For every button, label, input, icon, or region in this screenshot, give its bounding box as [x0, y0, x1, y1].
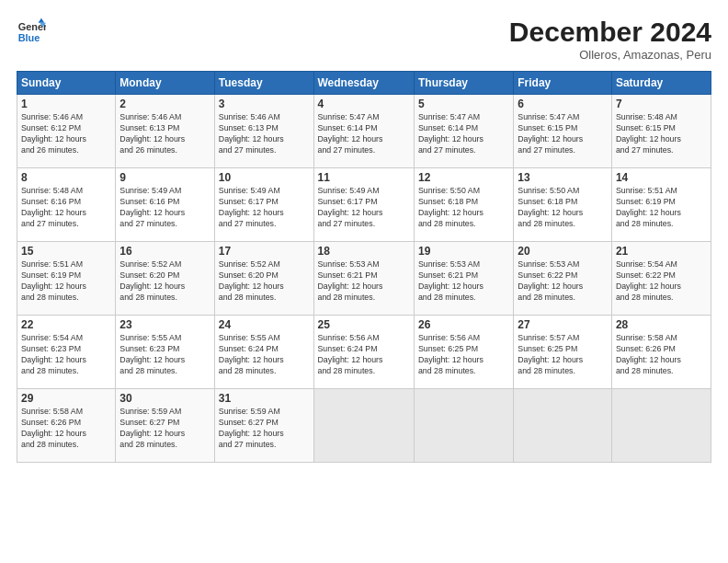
- col-header-monday: Monday: [116, 72, 214, 95]
- day-info: Sunrise: 5:47 AM Sunset: 6:14 PM Dayligh…: [418, 112, 509, 156]
- day-number: 5: [418, 98, 509, 110]
- calendar-cell: 15Sunrise: 5:51 AM Sunset: 6:19 PM Dayli…: [17, 242, 116, 316]
- day-number: 25: [318, 318, 410, 331]
- day-number: 17: [219, 245, 310, 258]
- day-number: 31: [219, 392, 310, 405]
- day-info: Sunrise: 5:56 AM Sunset: 6:25 PM Dayligh…: [418, 333, 509, 377]
- day-info: Sunrise: 5:58 AM Sunset: 6:26 PM Dayligh…: [21, 407, 111, 451]
- page: General Blue December 2024 Olleros, Amaz…: [0, 0, 728, 563]
- calendar-table: SundayMondayTuesdayWednesdayThursdayFrid…: [17, 71, 711, 463]
- day-number: 6: [518, 98, 608, 110]
- day-number: 15: [21, 245, 111, 258]
- day-info: Sunrise: 5:57 AM Sunset: 6:25 PM Dayligh…: [518, 333, 608, 377]
- calendar-cell: 24Sunrise: 5:55 AM Sunset: 6:24 PM Dayli…: [214, 316, 313, 389]
- title-area: December 2024 Olleros, Amazonas, Peru: [509, 17, 711, 62]
- day-info: Sunrise: 5:46 AM Sunset: 6:13 PM Dayligh…: [119, 112, 210, 156]
- day-number: 16: [119, 245, 210, 258]
- calendar-cell: [514, 389, 612, 463]
- calendar-cell: 17Sunrise: 5:52 AM Sunset: 6:20 PM Dayli…: [214, 242, 313, 316]
- day-info: Sunrise: 5:55 AM Sunset: 6:23 PM Dayligh…: [119, 333, 210, 377]
- day-number: 24: [219, 318, 310, 331]
- calendar-cell: 7Sunrise: 5:48 AM Sunset: 6:15 PM Daylig…: [611, 95, 711, 168]
- calendar-cell: [313, 389, 414, 463]
- day-info: Sunrise: 5:53 AM Sunset: 6:21 PM Dayligh…: [318, 259, 410, 304]
- day-info: Sunrise: 5:46 AM Sunset: 6:13 PM Dayligh…: [219, 112, 310, 156]
- day-info: Sunrise: 5:51 AM Sunset: 6:19 PM Dayligh…: [21, 259, 111, 304]
- calendar-cell: 11Sunrise: 5:49 AM Sunset: 6:17 PM Dayli…: [313, 168, 414, 242]
- day-info: Sunrise: 5:49 AM Sunset: 6:16 PM Dayligh…: [119, 186, 210, 230]
- day-number: 20: [518, 245, 608, 258]
- day-info: Sunrise: 5:56 AM Sunset: 6:24 PM Dayligh…: [318, 333, 410, 377]
- calendar-cell: 13Sunrise: 5:50 AM Sunset: 6:18 PM Dayli…: [514, 168, 612, 242]
- day-info: Sunrise: 5:50 AM Sunset: 6:18 PM Dayligh…: [418, 186, 509, 230]
- day-info: Sunrise: 5:59 AM Sunset: 6:27 PM Dayligh…: [119, 407, 210, 451]
- day-number: 10: [219, 171, 310, 184]
- calendar-cell: 25Sunrise: 5:56 AM Sunset: 6:24 PM Dayli…: [313, 316, 414, 389]
- day-number: 13: [518, 171, 608, 184]
- calendar-cell: 14Sunrise: 5:51 AM Sunset: 6:19 PM Dayli…: [611, 168, 711, 242]
- day-info: Sunrise: 5:54 AM Sunset: 6:22 PM Dayligh…: [616, 259, 707, 304]
- calendar-cell: 9Sunrise: 5:49 AM Sunset: 6:16 PM Daylig…: [116, 168, 214, 242]
- col-header-wednesday: Wednesday: [313, 72, 414, 95]
- calendar-cell: 27Sunrise: 5:57 AM Sunset: 6:25 PM Dayli…: [514, 316, 612, 389]
- day-number: 1: [21, 98, 111, 110]
- calendar-cell: 26Sunrise: 5:56 AM Sunset: 6:25 PM Dayli…: [414, 316, 513, 389]
- calendar-cell: [611, 389, 711, 463]
- day-number: 22: [21, 318, 111, 331]
- calendar-cell: 29Sunrise: 5:58 AM Sunset: 6:26 PM Dayli…: [17, 389, 116, 463]
- calendar-cell: 22Sunrise: 5:54 AM Sunset: 6:23 PM Dayli…: [17, 316, 116, 389]
- day-info: Sunrise: 5:54 AM Sunset: 6:23 PM Dayligh…: [21, 333, 111, 377]
- day-info: Sunrise: 5:46 AM Sunset: 6:12 PM Dayligh…: [21, 112, 111, 156]
- day-number: 12: [418, 171, 509, 184]
- calendar-cell: 18Sunrise: 5:53 AM Sunset: 6:21 PM Dayli…: [313, 242, 414, 316]
- calendar-cell: 10Sunrise: 5:49 AM Sunset: 6:17 PM Dayli…: [214, 168, 313, 242]
- svg-marker-2: [39, 18, 45, 23]
- day-info: Sunrise: 5:59 AM Sunset: 6:27 PM Dayligh…: [219, 407, 310, 451]
- day-info: Sunrise: 5:48 AM Sunset: 6:16 PM Dayligh…: [21, 186, 111, 230]
- day-info: Sunrise: 5:52 AM Sunset: 6:20 PM Dayligh…: [119, 259, 210, 304]
- day-number: 26: [418, 318, 509, 331]
- day-info: Sunrise: 5:55 AM Sunset: 6:24 PM Dayligh…: [219, 333, 310, 377]
- calendar-cell: 31Sunrise: 5:59 AM Sunset: 6:27 PM Dayli…: [214, 389, 313, 463]
- calendar-cell: 12Sunrise: 5:50 AM Sunset: 6:18 PM Dayli…: [414, 168, 513, 242]
- calendar-cell: 30Sunrise: 5:59 AM Sunset: 6:27 PM Dayli…: [116, 389, 214, 463]
- calendar-cell: 6Sunrise: 5:47 AM Sunset: 6:15 PM Daylig…: [514, 95, 612, 168]
- day-info: Sunrise: 5:53 AM Sunset: 6:21 PM Dayligh…: [418, 259, 509, 304]
- day-info: Sunrise: 5:53 AM Sunset: 6:22 PM Dayligh…: [518, 259, 608, 304]
- col-header-tuesday: Tuesday: [214, 72, 313, 95]
- day-number: 4: [318, 98, 410, 110]
- day-info: Sunrise: 5:47 AM Sunset: 6:14 PM Dayligh…: [318, 112, 410, 156]
- logo: General Blue: [17, 17, 46, 46]
- day-number: 3: [219, 98, 310, 110]
- day-info: Sunrise: 5:58 AM Sunset: 6:26 PM Dayligh…: [616, 333, 707, 377]
- calendar-cell: 1Sunrise: 5:46 AM Sunset: 6:12 PM Daylig…: [17, 95, 116, 168]
- col-header-saturday: Saturday: [611, 72, 711, 95]
- calendar-cell: 5Sunrise: 5:47 AM Sunset: 6:14 PM Daylig…: [414, 95, 513, 168]
- calendar-cell: 16Sunrise: 5:52 AM Sunset: 6:20 PM Dayli…: [116, 242, 214, 316]
- svg-text:Blue: Blue: [18, 32, 40, 43]
- day-info: Sunrise: 5:48 AM Sunset: 6:15 PM Dayligh…: [616, 112, 707, 156]
- day-number: 9: [119, 171, 210, 184]
- day-number: 18: [318, 245, 410, 258]
- day-info: Sunrise: 5:51 AM Sunset: 6:19 PM Dayligh…: [616, 186, 707, 230]
- day-number: 14: [616, 171, 707, 184]
- day-info: Sunrise: 5:49 AM Sunset: 6:17 PM Dayligh…: [219, 186, 310, 230]
- day-number: 2: [119, 98, 210, 110]
- calendar-cell: 19Sunrise: 5:53 AM Sunset: 6:21 PM Dayli…: [414, 242, 513, 316]
- day-number: 27: [518, 318, 608, 331]
- calendar-cell: 8Sunrise: 5:48 AM Sunset: 6:16 PM Daylig…: [17, 168, 116, 242]
- day-number: 30: [119, 392, 210, 405]
- calendar-cell: 3Sunrise: 5:46 AM Sunset: 6:13 PM Daylig…: [214, 95, 313, 168]
- day-info: Sunrise: 5:47 AM Sunset: 6:15 PM Dayligh…: [518, 112, 608, 156]
- calendar-cell: 2Sunrise: 5:46 AM Sunset: 6:13 PM Daylig…: [116, 95, 214, 168]
- day-number: 23: [119, 318, 210, 331]
- calendar-cell: 4Sunrise: 5:47 AM Sunset: 6:14 PM Daylig…: [313, 95, 414, 168]
- location-subtitle: Olleros, Amazonas, Peru: [509, 48, 711, 62]
- day-info: Sunrise: 5:49 AM Sunset: 6:17 PM Dayligh…: [318, 186, 410, 230]
- month-title: December 2024: [509, 17, 711, 48]
- col-header-thursday: Thursday: [414, 72, 513, 95]
- calendar-cell: 28Sunrise: 5:58 AM Sunset: 6:26 PM Dayli…: [611, 316, 711, 389]
- calendar-cell: 23Sunrise: 5:55 AM Sunset: 6:23 PM Dayli…: [116, 316, 214, 389]
- day-number: 11: [318, 171, 410, 184]
- col-header-friday: Friday: [514, 72, 612, 95]
